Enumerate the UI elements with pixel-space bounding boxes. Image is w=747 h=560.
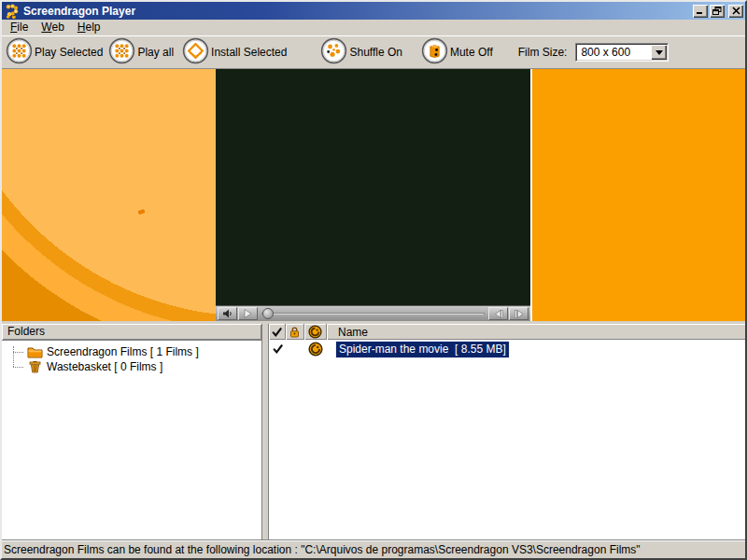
column-checked[interactable] <box>269 324 286 340</box>
menu-help[interactable]: Help <box>71 20 107 35</box>
folder-item-label: Screendragon Films [ 1 Films ] <box>47 345 199 358</box>
wastebasket-icon <box>26 360 43 373</box>
menu-web[interactable]: Web <box>35 20 70 35</box>
restore-button[interactable] <box>710 5 725 18</box>
film-checked-cell[interactable] <box>269 344 286 354</box>
skin-art-right <box>532 69 745 321</box>
title-bar[interactable]: Screendragon Player <box>2 2 745 20</box>
shuffle-button[interactable]: Shuffle On <box>320 37 402 67</box>
skin-art-fleck <box>138 209 146 215</box>
film-reel-icon <box>308 342 323 357</box>
media-area <box>2 69 745 321</box>
toolbar: Play Selected Play all Install Selected <box>2 35 745 69</box>
wastebasket-item-label: Wastebasket [ 0 Films ] <box>47 360 162 373</box>
play-all-label: Play all <box>137 46 174 59</box>
chevron-down-icon[interactable] <box>651 45 667 60</box>
shuffle-label: Shuffle On <box>349 46 402 59</box>
film-size-value: 747 x 560 <box>576 46 651 59</box>
folder-icon <box>26 346 43 358</box>
orange-die-icon <box>421 37 448 67</box>
folders-header: Folders <box>2 324 261 340</box>
film-type-cell <box>304 342 327 357</box>
column-name[interactable]: Name <box>327 324 745 340</box>
menu-file[interactable]: File <box>4 20 35 35</box>
film-list-panel: Name Spider-man the movie [ 8.55 MB] <box>269 324 745 539</box>
app-window: Screendragon Player File Web Help Pla <box>0 0 747 560</box>
folder-item-screendragon-films[interactable]: Screendragon Films [ 1 Films ] <box>2 344 261 359</box>
checkmark-icon <box>272 328 282 337</box>
play-selected-button[interactable]: Play Selected <box>6 37 103 67</box>
seek-groove <box>261 313 485 315</box>
film-list-header: Name <box>269 324 745 340</box>
seek-slider[interactable] <box>261 307 485 320</box>
window-title: Screendragon Player <box>23 5 693 18</box>
film-name-selected[interactable]: Spider-man the movie [ 8.55 MB] <box>336 342 509 357</box>
play-selected-label: Play Selected <box>35 46 103 59</box>
folders-panel: Folders Screendragon Films [ 1 Films ] W… <box>2 324 261 539</box>
column-type[interactable] <box>304 324 327 340</box>
install-selected-label: Install Selected <box>211 46 287 59</box>
menu-bar: File Web Help <box>2 20 745 35</box>
volume-button[interactable] <box>218 307 237 320</box>
lock-icon <box>289 326 300 338</box>
tree-branch-line <box>13 367 23 368</box>
film-size-label: Film Size: <box>518 46 568 59</box>
close-button[interactable] <box>728 5 743 18</box>
play-button[interactable] <box>238 307 258 320</box>
player-controls <box>216 305 530 321</box>
film-size-select[interactable]: 747 x 560 <box>575 43 669 62</box>
mute-label: Mute Off <box>450 46 493 59</box>
minimize-button[interactable] <box>693 5 708 18</box>
mute-button[interactable]: Mute Off <box>421 37 493 67</box>
scattered-dots-icon <box>320 37 347 67</box>
folders-tree: Screendragon Films [ 1 Films ] Wastebask… <box>2 340 261 539</box>
checkmark-icon <box>273 344 283 354</box>
film-row[interactable]: Spider-man the movie [ 8.55 MB] <box>269 340 745 357</box>
skin-art-left <box>2 69 216 321</box>
diamond-box-icon <box>182 37 209 67</box>
play-all-button[interactable]: Play all <box>108 37 174 67</box>
install-selected-button[interactable]: Install Selected <box>182 37 287 67</box>
step-forward-button[interactable] <box>509 307 529 320</box>
dots-grid-icon <box>6 37 33 67</box>
tree-branch-line <box>13 352 23 353</box>
film-reel-icon <box>308 325 322 339</box>
video-screen <box>216 69 532 321</box>
lower-section: Folders Screendragon Films [ 1 Films ] W… <box>2 321 745 539</box>
dots-grid-icon <box>108 37 135 67</box>
column-locked[interactable] <box>286 324 304 340</box>
folder-item-wastebasket[interactable]: Wastebasket [ 0 Films ] <box>2 359 261 374</box>
seek-thumb[interactable] <box>262 308 274 319</box>
step-back-button[interactable] <box>488 307 508 320</box>
film-list-body: Spider-man the movie [ 8.55 MB] <box>269 340 745 539</box>
panel-splitter[interactable] <box>261 324 269 539</box>
film-name-cell[interactable]: Spider-man the movie [ 8.55 MB] <box>327 342 745 357</box>
status-bar: Screendragon Films can be found at the f… <box>2 539 745 558</box>
app-logo-icon <box>5 4 20 19</box>
